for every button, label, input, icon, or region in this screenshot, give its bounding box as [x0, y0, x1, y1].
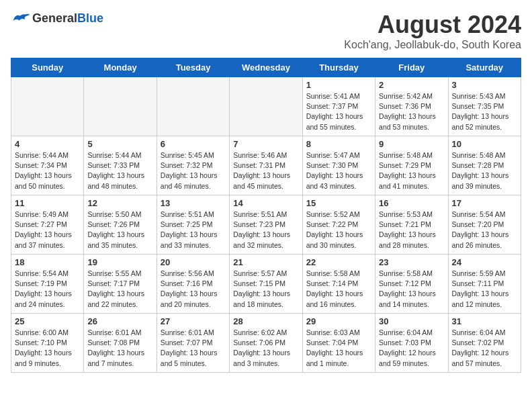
day-info: Sunrise: 5:51 AMSunset: 7:25 PMDaylight:…	[161, 210, 226, 250]
day-info: Sunrise: 5:52 AMSunset: 7:22 PMDaylight:…	[306, 210, 371, 250]
day-number: 25	[15, 316, 80, 326]
day-number: 13	[161, 198, 226, 208]
calendar-cell: 18Sunrise: 5:54 AMSunset: 7:19 PMDayligh…	[11, 255, 84, 314]
calendar-cell: 23Sunrise: 5:58 AMSunset: 7:12 PMDayligh…	[375, 255, 448, 314]
logo-text: GeneralBlue	[32, 11, 103, 26]
day-number: 10	[452, 139, 517, 149]
calendar-cell: 10Sunrise: 5:48 AMSunset: 7:28 PMDayligh…	[448, 136, 521, 195]
day-info: Sunrise: 5:58 AMSunset: 7:14 PMDaylight:…	[306, 269, 371, 310]
day-info: Sunrise: 5:47 AMSunset: 7:30 PMDaylight:…	[306, 150, 371, 191]
calendar-cell	[157, 77, 229, 136]
calendar-cell: 3Sunrise: 5:43 AMSunset: 7:35 PMDaylight…	[448, 77, 521, 136]
logo: GeneralBlue	[11, 11, 103, 26]
calendar-cell: 8Sunrise: 5:47 AMSunset: 7:30 PMDaylight…	[302, 136, 375, 195]
day-info: Sunrise: 6:03 AMSunset: 7:04 PMDaylight:…	[306, 328, 371, 369]
calendar-cell: 7Sunrise: 5:46 AMSunset: 7:31 PMDaylight…	[230, 136, 302, 195]
day-number: 28	[233, 316, 298, 326]
day-info: Sunrise: 5:56 AMSunset: 7:16 PMDaylight:…	[161, 269, 226, 310]
calendar-cell: 4Sunrise: 5:44 AMSunset: 7:34 PMDaylight…	[11, 136, 84, 195]
calendar-cell: 14Sunrise: 5:51 AMSunset: 7:23 PMDayligh…	[230, 195, 302, 255]
day-info: Sunrise: 5:55 AMSunset: 7:17 PMDaylight:…	[87, 269, 152, 310]
day-number: 17	[452, 198, 517, 208]
day-info: Sunrise: 5:49 AMSunset: 7:27 PMDaylight:…	[15, 210, 80, 250]
week-row-5: 25Sunrise: 6:00 AMSunset: 7:10 PMDayligh…	[11, 314, 521, 373]
calendar-cell: 27Sunrise: 6:01 AMSunset: 7:07 PMDayligh…	[157, 314, 229, 373]
calendar-cell: 13Sunrise: 5:51 AMSunset: 7:25 PMDayligh…	[157, 195, 229, 255]
day-info: Sunrise: 5:44 AMSunset: 7:33 PMDaylight:…	[87, 150, 152, 191]
day-number: 15	[306, 198, 371, 208]
day-info: Sunrise: 6:00 AMSunset: 7:10 PMDaylight:…	[15, 328, 80, 369]
day-info: Sunrise: 5:48 AMSunset: 7:28 PMDaylight:…	[452, 150, 517, 191]
day-info: Sunrise: 5:45 AMSunset: 7:32 PMDaylight:…	[161, 150, 226, 191]
calendar-cell: 30Sunrise: 6:04 AMSunset: 7:03 PMDayligh…	[375, 314, 448, 373]
calendar-cell: 15Sunrise: 5:52 AMSunset: 7:22 PMDayligh…	[302, 195, 375, 255]
day-info: Sunrise: 5:46 AMSunset: 7:31 PMDaylight:…	[233, 150, 298, 191]
day-number: 4	[15, 139, 80, 149]
calendar-cell: 29Sunrise: 6:03 AMSunset: 7:04 PMDayligh…	[302, 314, 375, 373]
calendar-cell: 1Sunrise: 5:41 AMSunset: 7:37 PMDaylight…	[302, 77, 375, 136]
page-subtitle: Koch'ang, Jeollabuk-do, South Korea	[344, 39, 521, 51]
day-info: Sunrise: 5:42 AMSunset: 7:36 PMDaylight:…	[379, 91, 444, 132]
day-number: 18	[15, 257, 80, 267]
logo-blue: Blue	[77, 11, 103, 25]
day-info: Sunrise: 5:54 AMSunset: 7:19 PMDaylight:…	[15, 269, 80, 310]
calendar-cell: 17Sunrise: 5:54 AMSunset: 7:20 PMDayligh…	[448, 195, 521, 255]
logo-general: General	[32, 11, 77, 25]
calendar-cell: 26Sunrise: 6:01 AMSunset: 7:08 PMDayligh…	[84, 314, 157, 373]
day-number: 11	[15, 198, 80, 208]
day-info: Sunrise: 6:02 AMSunset: 7:06 PMDaylight:…	[233, 328, 298, 369]
calendar-cell: 6Sunrise: 5:45 AMSunset: 7:32 PMDaylight…	[157, 136, 229, 195]
day-number: 2	[379, 80, 444, 90]
page-header: GeneralBlue August 2024 Koch'ang, Jeolla…	[11, 11, 521, 51]
day-info: Sunrise: 6:01 AMSunset: 7:07 PMDaylight:…	[161, 328, 226, 369]
day-number: 22	[306, 257, 371, 267]
day-number: 14	[233, 198, 298, 208]
day-info: Sunrise: 6:04 AMSunset: 7:03 PMDaylight:…	[379, 328, 444, 369]
calendar-cell: 28Sunrise: 6:02 AMSunset: 7:06 PMDayligh…	[230, 314, 302, 373]
column-header-thursday: Thursday	[302, 58, 375, 77]
logo-bird-icon	[11, 11, 30, 26]
calendar-cell: 11Sunrise: 5:49 AMSunset: 7:27 PMDayligh…	[11, 195, 84, 255]
column-header-monday: Monday	[84, 58, 157, 77]
week-row-3: 11Sunrise: 5:49 AMSunset: 7:27 PMDayligh…	[11, 195, 521, 255]
calendar-cell: 20Sunrise: 5:56 AMSunset: 7:16 PMDayligh…	[157, 255, 229, 314]
calendar-cell: 19Sunrise: 5:55 AMSunset: 7:17 PMDayligh…	[84, 255, 157, 314]
day-number: 9	[379, 139, 444, 149]
day-info: Sunrise: 6:01 AMSunset: 7:08 PMDaylight:…	[87, 328, 152, 369]
calendar-cell	[230, 77, 302, 136]
day-info: Sunrise: 5:59 AMSunset: 7:11 PMDaylight:…	[452, 269, 517, 310]
day-number: 24	[452, 257, 517, 267]
day-number: 30	[379, 316, 444, 326]
day-number: 20	[161, 257, 226, 267]
day-info: Sunrise: 5:50 AMSunset: 7:26 PMDaylight:…	[87, 210, 152, 250]
calendar-cell	[84, 77, 157, 136]
calendar-cell: 16Sunrise: 5:53 AMSunset: 7:21 PMDayligh…	[375, 195, 448, 255]
calendar-cell: 31Sunrise: 6:04 AMSunset: 7:02 PMDayligh…	[448, 314, 521, 373]
day-number: 5	[87, 139, 152, 149]
calendar-cell: 24Sunrise: 5:59 AMSunset: 7:11 PMDayligh…	[448, 255, 521, 314]
day-info: Sunrise: 5:41 AMSunset: 7:37 PMDaylight:…	[306, 91, 371, 132]
day-info: Sunrise: 5:43 AMSunset: 7:35 PMDaylight:…	[452, 91, 517, 132]
day-info: Sunrise: 5:44 AMSunset: 7:34 PMDaylight:…	[15, 150, 80, 191]
day-number: 12	[87, 198, 152, 208]
day-number: 6	[161, 139, 226, 149]
day-number: 23	[379, 257, 444, 267]
day-info: Sunrise: 5:53 AMSunset: 7:21 PMDaylight:…	[379, 210, 444, 250]
day-info: Sunrise: 5:58 AMSunset: 7:12 PMDaylight:…	[379, 269, 444, 310]
calendar-cell	[11, 77, 84, 136]
day-info: Sunrise: 5:57 AMSunset: 7:15 PMDaylight:…	[233, 269, 298, 310]
title-block: August 2024 Koch'ang, Jeollabuk-do, Sout…	[344, 11, 521, 51]
week-row-4: 18Sunrise: 5:54 AMSunset: 7:19 PMDayligh…	[11, 255, 521, 314]
day-info: Sunrise: 5:54 AMSunset: 7:20 PMDaylight:…	[452, 210, 517, 250]
day-info: Sunrise: 5:51 AMSunset: 7:23 PMDaylight:…	[233, 210, 298, 250]
day-number: 1	[306, 80, 371, 90]
calendar-table: SundayMondayTuesdayWednesdayThursdayFrid…	[11, 58, 521, 373]
day-number: 7	[233, 139, 298, 149]
day-info: Sunrise: 5:48 AMSunset: 7:29 PMDaylight:…	[379, 150, 444, 191]
day-number: 29	[306, 316, 371, 326]
calendar-cell: 5Sunrise: 5:44 AMSunset: 7:33 PMDaylight…	[84, 136, 157, 195]
calendar-cell: 12Sunrise: 5:50 AMSunset: 7:26 PMDayligh…	[84, 195, 157, 255]
column-header-friday: Friday	[375, 58, 448, 77]
day-number: 27	[161, 316, 226, 326]
calendar-cell: 22Sunrise: 5:58 AMSunset: 7:14 PMDayligh…	[302, 255, 375, 314]
